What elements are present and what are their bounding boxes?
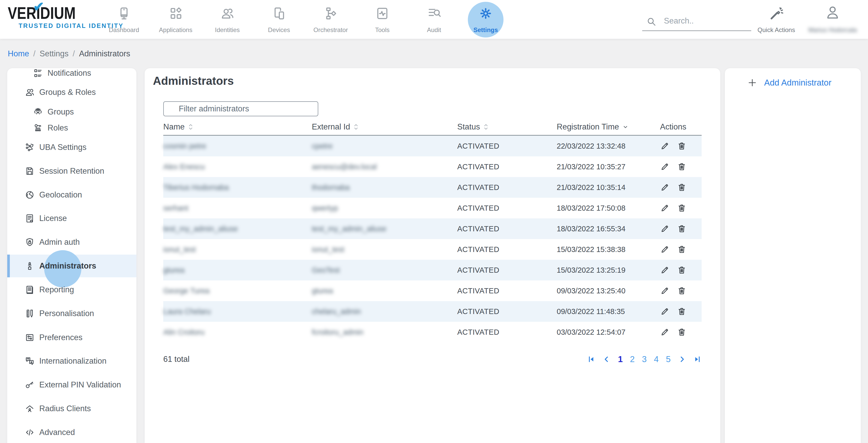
next-page-button[interactable] bbox=[678, 355, 686, 363]
delete-button[interactable] bbox=[677, 183, 686, 192]
last-page-button[interactable] bbox=[693, 355, 702, 363]
column-header-name[interactable]: Name bbox=[163, 122, 312, 131]
cell-external-id: thodornaba bbox=[312, 183, 457, 192]
delete-button[interactable] bbox=[677, 162, 686, 171]
delete-button[interactable] bbox=[677, 224, 686, 233]
people-icon bbox=[25, 87, 35, 97]
cell-external-id: ionut_test bbox=[312, 245, 457, 254]
page-button-2[interactable]: 2 bbox=[630, 354, 635, 364]
cell-actions bbox=[660, 307, 702, 316]
nav-item-devices[interactable]: Devices bbox=[258, 0, 300, 39]
column-header-status[interactable]: Status bbox=[457, 122, 557, 131]
flowchart-icon bbox=[323, 6, 338, 21]
page-button-1[interactable]: 1 bbox=[618, 354, 623, 364]
sidebar-item-external-pin-validation[interactable]: External PIN Validation bbox=[7, 377, 136, 393]
edit-button[interactable] bbox=[660, 307, 669, 316]
user-menu-button[interactable]: Marius Hodorcala bbox=[808, 0, 857, 39]
column-header-external-id[interactable]: External Id bbox=[312, 122, 457, 131]
nav-item-label: Devices bbox=[258, 26, 300, 34]
sidebar-item-geolocation[interactable]: Geolocation bbox=[7, 187, 136, 203]
chevron-down-icon bbox=[622, 123, 629, 130]
cell-status: ACTIVATED bbox=[457, 163, 557, 171]
delete-button[interactable] bbox=[677, 203, 686, 213]
edit-button[interactable] bbox=[660, 265, 669, 275]
column-label: Actions bbox=[660, 122, 686, 131]
sidebar-item-label: Roles bbox=[48, 123, 68, 132]
sidebar-item-reporting[interactable]: Reporting bbox=[7, 282, 136, 298]
column-label: External Id bbox=[312, 122, 350, 131]
delete-button[interactable] bbox=[677, 286, 686, 295]
column-header-registration-time[interactable]: Registration Time bbox=[557, 122, 660, 131]
edit-button[interactable] bbox=[660, 162, 669, 171]
breadcrumb-separator: / bbox=[33, 49, 36, 58]
sidebar-item-internationalization[interactable]: Internationalization bbox=[7, 353, 136, 370]
nav-item-orchestrator[interactable]: Orchestrator bbox=[310, 0, 351, 39]
sidebar-item-groups-roles[interactable]: Groups & Roles bbox=[7, 84, 136, 100]
code-icon bbox=[25, 427, 35, 437]
sidebar-item-label: External PIN Validation bbox=[39, 380, 121, 389]
nav-item-dashboard[interactable]: Dashboard bbox=[103, 0, 145, 39]
cell-status: ACTIVATED bbox=[457, 287, 557, 295]
nav-item-tools[interactable]: Tools bbox=[362, 0, 403, 39]
add-administrator-button[interactable]: Add Administrator bbox=[747, 78, 831, 88]
cell-actions bbox=[660, 162, 702, 171]
previous-page-button[interactable] bbox=[602, 355, 611, 363]
cell-actions bbox=[660, 141, 702, 151]
table-row: Tiberius HodornabathodornabaACTIVATED21/… bbox=[163, 177, 702, 198]
page-button-5[interactable]: 5 bbox=[666, 354, 671, 364]
cell-name: Alin Croitoru bbox=[163, 328, 312, 336]
table-row: Laura Chelaruchelaru_adminACTIVATED09/03… bbox=[163, 301, 702, 322]
sidebar-item-session-retention[interactable]: Session Retention bbox=[7, 163, 136, 179]
sidebar-item-advanced[interactable]: Advanced bbox=[7, 424, 136, 441]
page-button-3[interactable]: 3 bbox=[642, 354, 647, 364]
sidebar-item-preferences[interactable]: Preferences bbox=[7, 329, 136, 346]
delete-button[interactable] bbox=[677, 307, 686, 316]
filter-administrators-input[interactable] bbox=[163, 101, 318, 116]
edit-button[interactable] bbox=[660, 141, 669, 151]
edit-button[interactable] bbox=[660, 327, 669, 337]
cell-external-id: chelaru_admin bbox=[312, 307, 457, 316]
edit-button[interactable] bbox=[660, 224, 669, 233]
table-row: gtureaGeoTestACTIVATED15/03/2022 13:25:1… bbox=[163, 260, 702, 280]
sidebar-item-personalisation[interactable]: Personalisation bbox=[7, 305, 136, 322]
breadcrumb-separator: / bbox=[72, 49, 75, 58]
sidebar-item-license[interactable]: License bbox=[7, 210, 136, 227]
edit-button[interactable] bbox=[660, 286, 669, 295]
cell-status: ACTIVATED bbox=[457, 204, 557, 212]
delete-button[interactable] bbox=[677, 245, 686, 254]
table-row: ionut_testionut_testACTIVATED15/03/2022 … bbox=[163, 239, 702, 260]
sidebar-item-label: Geolocation bbox=[39, 190, 82, 200]
cell-registration-time: 18/03/2022 17:50:08 bbox=[557, 204, 660, 212]
sidebar-item-administrators[interactable]: Administrators bbox=[7, 258, 136, 274]
nav-item-identities[interactable]: Identities bbox=[207, 0, 248, 39]
edit-button[interactable] bbox=[660, 183, 669, 192]
edit-button[interactable] bbox=[660, 203, 669, 213]
breadcrumb-home[interactable]: Home bbox=[8, 49, 29, 58]
network-icon bbox=[25, 142, 35, 152]
quick-actions-button[interactable]: Quick Actions bbox=[752, 0, 801, 39]
nav-item-label: Orchestrator bbox=[310, 26, 351, 34]
sidebar-item-admin-auth[interactable]: Admin auth bbox=[7, 234, 136, 250]
nav-item-applications[interactable]: Applications bbox=[155, 0, 196, 39]
cell-name: serhant bbox=[163, 204, 312, 212]
nav-item-audit[interactable]: Audit bbox=[413, 0, 455, 39]
nav-item-settings[interactable]: Settings bbox=[465, 0, 506, 39]
search-input[interactable] bbox=[663, 13, 750, 28]
veridium-admin-app: VERIDIUM ✔ TRUSTED DIGITAL IDENTITY Dash… bbox=[0, 0, 868, 443]
delete-button[interactable] bbox=[677, 141, 686, 151]
delete-button[interactable] bbox=[677, 327, 686, 337]
sidebar-item-notifications[interactable]: Notifications bbox=[7, 68, 136, 81]
cell-actions bbox=[660, 224, 702, 233]
edit-button[interactable] bbox=[660, 245, 669, 254]
breadcrumb-settings[interactable]: Settings bbox=[39, 49, 68, 58]
delete-button[interactable] bbox=[677, 265, 686, 275]
sort-icon bbox=[483, 123, 489, 131]
first-page-button[interactable] bbox=[587, 355, 595, 363]
sidebar-item-radius-clients[interactable]: Radius Clients bbox=[7, 401, 136, 417]
sidebar-item-uba-settings[interactable]: UBA Settings bbox=[7, 139, 136, 156]
table-row: serhantqwertypACTIVATED18/03/2022 17:50:… bbox=[163, 198, 702, 218]
page-button-4[interactable]: 4 bbox=[654, 354, 658, 364]
cell-external-id: fcroitoru_admin bbox=[312, 328, 457, 336]
sidebar-item-groups[interactable]: Groups bbox=[7, 104, 136, 120]
sidebar-item-roles[interactable]: Roles bbox=[7, 120, 136, 136]
